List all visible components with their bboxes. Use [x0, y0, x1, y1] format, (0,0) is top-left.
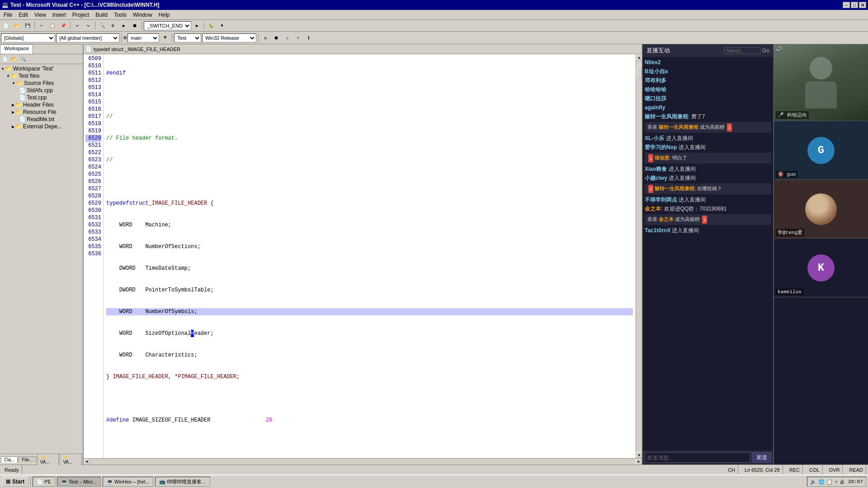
ws-btn3[interactable]: 🔍 [19, 55, 27, 63]
btn-reload[interactable]: ↻ [260, 33, 270, 43]
btn-stop2[interactable]: ⏹ [271, 33, 281, 43]
horizontal-scrollbar[interactable]: ◄ ► [84, 458, 642, 465]
chat-go-btn[interactable]: Go [762, 47, 769, 54]
folder-icon: 📁 [5, 66, 12, 72]
test-icon: 💻 [61, 479, 67, 485]
maximize-button[interactable]: □ [851, 2, 858, 8]
undo-button[interactable]: ↩ [72, 21, 82, 31]
find-button[interactable]: 🔍 [97, 21, 107, 31]
code-file-tab[interactable]: typedef struct _IMAGE_FILE_HEADER [94, 47, 180, 52]
chat-input-area: 发送 [643, 450, 773, 465]
status-ln-col: Ln 6520, Col 29 [742, 465, 783, 474]
ws-btn2[interactable]: 📂 [10, 55, 18, 63]
cut-button[interactable]: ✂ [37, 21, 47, 31]
msg-announce-2: 1 猿创意: 明白了 [645, 153, 771, 164]
taskbar-btn-test[interactable]: 💻 Test – Micr... [57, 477, 101, 487]
menu-tools[interactable]: Tools [111, 11, 129, 19]
switch-combo[interactable]: _SWITCH_END [144, 21, 191, 30]
menu-project[interactable]: Project [70, 11, 92, 19]
tree-test-files[interactable]: ▼ 📁 Test files [1, 72, 82, 80]
tree-workspace-root[interactable]: ▼ 📁 Workspace 'Test' [1, 65, 82, 72]
arrow-btn[interactable]: ▼ [160, 33, 170, 43]
close-button[interactable]: ✕ [859, 2, 866, 8]
test-combo[interactable]: Test [174, 33, 201, 42]
video-slot-4: K kameiluo [774, 239, 868, 297]
taskbar-btn-pe[interactable]: 📄 PE [33, 477, 55, 487]
title-buttons: ─ □ ✕ [843, 2, 866, 8]
system-tray: 🔊 🌐 📋 ⚡ 🖨 20:07 [807, 477, 866, 487]
scroll-track[interactable] [636, 61, 642, 452]
globals-combo[interactable]: [Globals] [1, 33, 55, 42]
tree-header-files[interactable]: ▶ 📁 Header Files [1, 101, 82, 108]
tray-icon-5: 🖨 [840, 479, 844, 485]
menu-insert[interactable]: Insert [50, 11, 69, 19]
go-btn[interactable]: ▶ [192, 21, 202, 31]
msg-1: NIiex2 [645, 59, 771, 66]
scroll-thumb[interactable] [637, 65, 642, 79]
tree-readme[interactable]: 📄 ReadMe.txt [1, 116, 82, 123]
test-files-label: Test files [19, 73, 40, 79]
code-text[interactable]: #endif // // File header format. // type… [104, 54, 636, 458]
config-combo[interactable]: Win32 Release [202, 33, 256, 42]
paste-button[interactable]: 📌 [58, 21, 68, 31]
pe-icon: 📄 [37, 479, 43, 485]
btn-warn[interactable]: ⚡ [293, 33, 303, 43]
start-button[interactable]: ⊞ Start [2, 477, 28, 487]
code-line-6525: #define IMAGE_SIZEOF_FILE_HEADER 20 [106, 417, 633, 424]
tree-test-cpp[interactable]: 📄 Test.cpp [1, 94, 82, 101]
video-slot-3: 学@teng爱 [774, 180, 868, 239]
menu-edit[interactable]: Edit [16, 11, 31, 19]
tree-resource-files[interactable]: ▶ 📁 Resource File [1, 108, 82, 116]
save-button[interactable]: 💾 [23, 21, 33, 31]
tray-icon-1: 🔊 [810, 479, 816, 485]
title-bar: 💻 Test - Microsoft Visual C++ - [C:\...\… [0, 0, 868, 10]
tab-workspace[interactable]: Workspace [0, 44, 33, 54]
minimize-button[interactable]: ─ [843, 2, 850, 8]
tree-source-files[interactable]: ▼ 📁 Source Files [1, 80, 82, 87]
tab-file[interactable]: File... [19, 456, 36, 463]
scroll-down-btn[interactable]: ▼ [636, 452, 642, 458]
btn-err[interactable]: ⚠ [282, 33, 292, 43]
menu-file[interactable]: File [1, 11, 15, 19]
taskbar-btn-bilibili[interactable]: 📺 哔哩哔哩直播客... [155, 477, 210, 487]
ws-btn1[interactable]: 📄 [1, 55, 9, 63]
build-btn[interactable]: ⚙ [108, 21, 118, 31]
breakpoint-btn[interactable]: ● [217, 21, 227, 31]
new-button[interactable]: 📄 [1, 21, 11, 31]
tab-va1[interactable]: ⚡ VA... [37, 454, 59, 465]
tab-class[interactable]: Cla... [1, 456, 18, 463]
member-combo[interactable]: [All global member] [56, 33, 119, 42]
copy-button[interactable]: 📋 [47, 21, 57, 31]
status-bar: Ready CH Ln 6520, Col 29 REC COL OVR REA… [0, 465, 868, 474]
chat-top-input[interactable] [724, 47, 760, 54]
stop-btn[interactable]: ⏹ [130, 21, 140, 31]
test-cpp-label: Test.cpp [27, 94, 47, 101]
code-line-6523: } IMAGE_FILE_HEADER, *PIMAGE_FILE_HEADER… [106, 373, 633, 380]
open-button[interactable]: 📂 [12, 21, 22, 31]
menu-view[interactable]: View [32, 11, 49, 19]
tab-va2[interactable]: ⚡ VA... [60, 454, 82, 465]
main-combo[interactable]: main [127, 33, 159, 42]
tree-external-dep[interactable]: ▶ 📁 External Depe... [1, 123, 82, 130]
redo-button[interactable]: ↪ [83, 21, 93, 31]
btn-info[interactable]: ℹ [304, 33, 314, 43]
code-line-6521: WORD SizeOfOptionalHeader; [106, 330, 633, 337]
taskbar-btn-winhex[interactable]: 💻 WinHex – [hel... [103, 477, 154, 487]
code-line-6509: #endif [106, 70, 633, 77]
chat-send-button[interactable]: 发送 [752, 452, 771, 463]
msg-13: 金之本: 欢迎进QQ群：703190691 [645, 205, 771, 212]
menu-build[interactable]: Build [93, 11, 110, 19]
menu-help[interactable]: Help [156, 11, 173, 19]
run-btn[interactable]: ▶ [119, 21, 129, 31]
scroll-up-btn[interactable]: ▲ [636, 54, 642, 61]
tray-icon-2: 🌐 [818, 479, 825, 485]
separator6 [121, 34, 122, 42]
chat-input-field[interactable] [645, 452, 750, 463]
hscroll-left-btn[interactable]: ◄ [84, 459, 90, 465]
tree-stdafx[interactable]: 📄 StdAfx.cpp [1, 87, 82, 94]
hscroll-track[interactable] [90, 459, 636, 465]
vertical-scrollbar[interactable]: ▲ ▼ [636, 54, 642, 458]
debug-btn[interactable]: 🐛 [206, 21, 216, 31]
hscroll-right-btn[interactable]: ► [636, 459, 642, 465]
menu-window[interactable]: Window [130, 11, 155, 19]
